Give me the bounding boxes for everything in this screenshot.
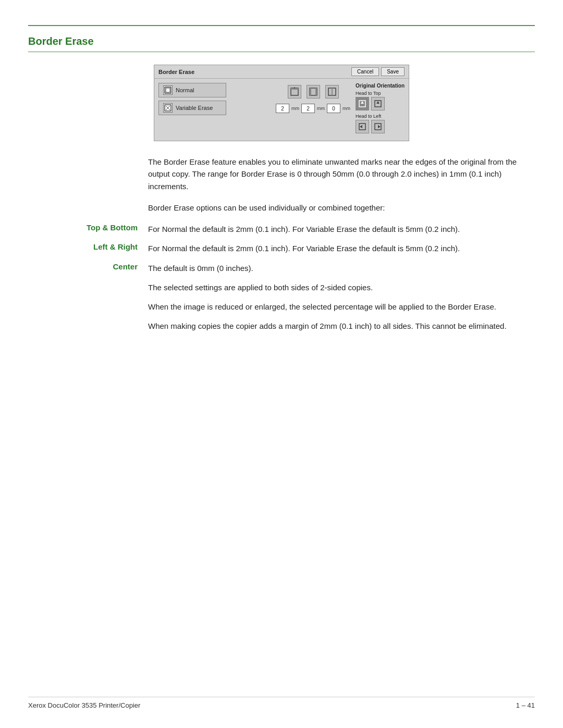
svg-marker-18: [360, 125, 362, 128]
mm-input-1[interactable]: 2: [276, 104, 289, 113]
normal-label: Normal: [176, 87, 194, 93]
head-to-top-icons: [356, 97, 385, 110]
erase-side-icon: [307, 85, 320, 98]
term-left-right: Left & Right: [28, 242, 148, 254]
mm-label-1: mm: [291, 106, 299, 111]
orientation-title: Original Orientation: [356, 83, 405, 89]
variable-erase-label: Variable Erase: [176, 105, 213, 111]
erase-top-icon: [288, 85, 301, 98]
variable-erase-option[interactable]: Variable Erase: [158, 101, 226, 115]
dialog-mockup: Border Erase Cancel Save: [154, 65, 409, 141]
normal-icon: [163, 85, 173, 95]
normal-option[interactable]: Normal: [158, 83, 226, 97]
svg-rect-9: [310, 88, 311, 95]
mm-inputs-row: 2 mm 2 mm 0 mm: [276, 104, 350, 113]
term-top-bottom: Top & Bottom: [28, 223, 148, 235]
head-top-selected-icon[interactable]: [356, 97, 369, 110]
head-to-left-label: Head to Left: [356, 114, 385, 119]
head-to-top-label: Head to Top: [356, 91, 385, 96]
definition-center: Center The default is 0mm (0 inches).: [28, 262, 535, 274]
save-button[interactable]: Save: [381, 67, 405, 76]
mm-label-3: mm: [342, 106, 350, 111]
dialog-titlebar: Border Erase Cancel Save: [154, 65, 409, 79]
mm-input-3[interactable]: 0: [327, 104, 340, 113]
desc-left-right: For Normal the default is 2mm (0.1 inch)…: [148, 242, 535, 254]
page-title: Border Erase: [28, 35, 535, 52]
svg-marker-14: [361, 101, 364, 104]
head-left-icon-1[interactable]: [356, 120, 369, 133]
top-rule: [28, 25, 535, 26]
variable-erase-icon: [163, 103, 173, 113]
head-to-top-section: Head to Top: [356, 91, 385, 110]
desc-top-bottom: For Normal the default is 2mm (0.1 inch)…: [148, 223, 535, 235]
head-top-alt-icon[interactable]: [371, 97, 385, 110]
mm-label-2: mm: [317, 106, 325, 111]
svg-rect-1: [166, 88, 170, 92]
combined-text: Border Erase options can be used individ…: [148, 202, 535, 214]
svg-rect-10: [315, 88, 317, 95]
dialog-orientation-panel: Original Orientation Head to Top: [356, 83, 405, 137]
dialog-body: Normal Variable Erase: [154, 79, 409, 141]
dialog-options-panel: Normal Variable Erase: [158, 83, 271, 137]
footer-left: Xerox DocuColor 3535 Printer/Copier: [28, 701, 140, 709]
definition-top-bottom: Top & Bottom For Normal the default is 2…: [28, 223, 535, 235]
para-1: The selected settings are applied to bot…: [148, 281, 535, 293]
cancel-button[interactable]: Cancel: [351, 67, 379, 76]
para-2: When the image is reduced or enlarged, t…: [148, 301, 535, 313]
intro-text: The Border Erase feature enables you to …: [148, 156, 535, 192]
mm-input-2[interactable]: 2: [301, 104, 315, 113]
svg-marker-16: [376, 101, 380, 104]
head-to-left-section: Head to Left: [356, 114, 385, 133]
para-3: When making copies the copier adds a mar…: [148, 320, 535, 332]
content-area: Border Erase Cancel Save: [28, 65, 535, 332]
dialog-buttons: Cancel Save: [351, 67, 405, 76]
definition-left-right: Left & Right For Normal the default is 2…: [28, 242, 535, 254]
dialog-options: Normal Variable Erase: [158, 83, 271, 115]
erase-center-icon: [325, 85, 339, 98]
footer: Xerox DocuColor 3535 Printer/Copier 1 – …: [28, 697, 535, 709]
term-center: Center: [28, 262, 148, 274]
erase-icons-row: [288, 85, 339, 98]
head-to-left-icons: [356, 120, 385, 133]
svg-marker-20: [378, 125, 381, 128]
footer-right: 1 – 41: [516, 701, 535, 709]
dialog-title: Border Erase: [158, 69, 194, 75]
desc-center: The default is 0mm (0 inches).: [148, 262, 535, 274]
head-left-icon-2[interactable]: [371, 120, 385, 133]
dialog-middle-panel: 2 mm 2 mm 0 mm: [276, 83, 350, 137]
